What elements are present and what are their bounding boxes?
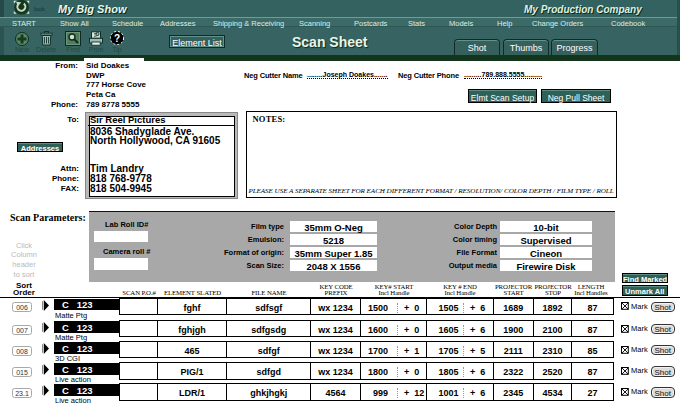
svg-text:?: ? bbox=[114, 33, 120, 44]
